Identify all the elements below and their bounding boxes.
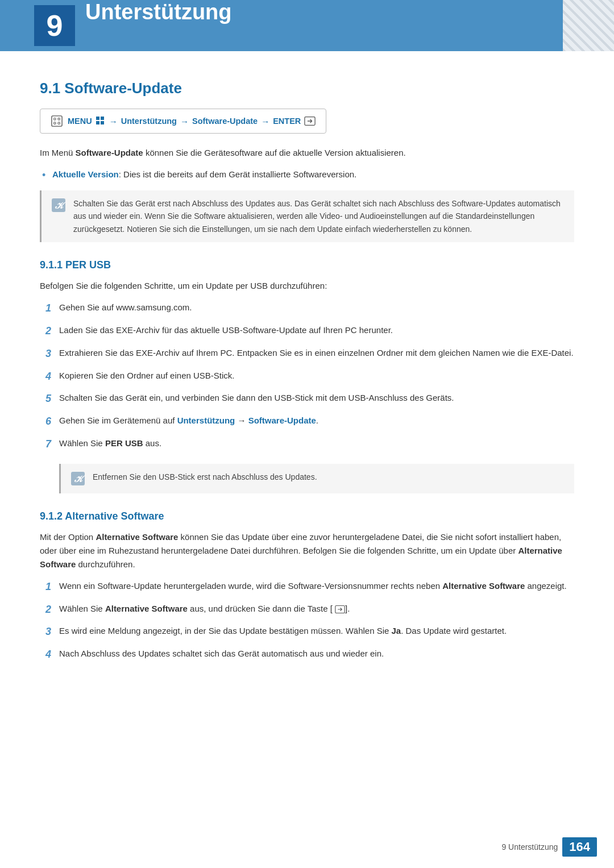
chapter-title: Unterstützung [85, 0, 614, 24]
alt-step-2: 2 Wählen Sie Alternative Software aus, u… [40, 602, 574, 618]
step-2-text: Laden Sie das EXE-Archiv für das aktuell… [59, 323, 574, 337]
step-5: 5 Schalten Sie das Gerät ein, und verbin… [40, 391, 574, 407]
note-box-2: 𝒦 Entfernen Sie den USB-Stick erst nach … [59, 464, 574, 493]
main-content: 9.1 Software-Update MENU → Unterstützung [0, 51, 614, 708]
note-icon-2: 𝒦 [70, 471, 86, 487]
section-9-1-heading: 9.1 Software-Update [40, 80, 574, 97]
step-7-text: Wählen Sie PER USB aus. [59, 437, 574, 450]
svg-rect-5 [96, 117, 99, 120]
step-4: 4 Kopieren Sie den Ordner auf einen USB-… [40, 369, 574, 385]
section-9-1-2-heading: 9.1.2 Alternative Software [40, 510, 574, 522]
section-9-1-intro: Im Menü Software-Update können Sie die G… [40, 146, 574, 160]
arrow-1: → [109, 117, 118, 126]
alt-step-3-text: Es wird eine Meldung angezeigt, in der S… [59, 624, 574, 638]
menu-item-enter: ENTER [273, 117, 301, 126]
alt-step-2-text: Wählen Sie Alternative Software aus, und… [59, 602, 574, 616]
menu-settings-icon [51, 115, 63, 127]
svg-rect-6 [101, 117, 104, 120]
alt-step-3: 3 Es wird eine Meldung angezeigt, in der… [40, 624, 574, 640]
per-usb-steps: 1 Gehen Sie auf www.samsung.com. 2 Laden… [40, 301, 574, 452]
svg-point-4 [58, 122, 60, 124]
step-1: 1 Gehen Sie auf www.samsung.com. [40, 301, 574, 317]
step-4-text: Kopieren Sie den Ordner auf einen USB-St… [59, 369, 574, 383]
alt-software-steps: 1 Wenn ein Software-Update heruntergelad… [40, 579, 574, 663]
footer-page-number: 164 [562, 837, 597, 857]
step-6-text: Gehen Sie im Gerätemenü auf Unterstützun… [59, 414, 574, 427]
footer-chapter-text: 9 Unterstützung [501, 842, 558, 852]
header-banner: 9 Unterstützung [0, 0, 614, 51]
step-3: 3 Extrahieren Sie das EXE-Archiv auf Ihr… [40, 346, 574, 362]
chapter-number-box: 9 [34, 5, 75, 46]
arrow-2: → [180, 117, 189, 126]
svg-rect-8 [101, 121, 104, 124]
chapter-number: 9 [47, 9, 63, 43]
step-5-text: Schalten Sie das Gerät ein, und verbinde… [59, 391, 574, 405]
menu-item-unterstutzung: Unterstützung [121, 117, 177, 126]
step-2: 2 Laden Sie das EXE-Archiv für das aktue… [40, 323, 574, 339]
menu-item-software-update: Software-Update [192, 117, 258, 126]
alt-step-4: 4 Nach Abschluss des Updates schaltet si… [40, 647, 574, 663]
menu-label: MENU [68, 117, 92, 126]
bullet-list: Aktuelle Version: Dies ist die bereits a… [40, 168, 574, 181]
step-3-text: Extrahieren Sie das EXE-Archiv auf Ihrem… [59, 346, 574, 360]
section-9-1-1-heading: 9.1.1 PER USB [40, 259, 574, 271]
alt-step-1-text: Wenn ein Software-Update heruntergeladen… [59, 579, 574, 593]
svg-point-1 [54, 118, 56, 121]
note-box-1: 𝒦 Schalten Sie das Gerät erst nach Absch… [40, 190, 574, 242]
section-9-1-1-intro: Befolgen Sie die folgenden Schritte, um … [40, 279, 574, 293]
alt-step-1: 1 Wenn ein Software-Update heruntergelad… [40, 579, 574, 595]
menu-grid-icon [96, 116, 106, 126]
svg-point-2 [58, 118, 60, 121]
svg-point-3 [54, 122, 56, 124]
footer: 9 Unterstützung 164 [501, 837, 597, 857]
svg-rect-0 [52, 116, 62, 126]
section-9-1-2-intro: Mit der Option Alternative Software könn… [40, 530, 574, 571]
menu-path-box: MENU → Unterstützung → Software-Update →… [40, 109, 326, 134]
step-1-text: Gehen Sie auf www.samsung.com. [59, 301, 574, 314]
enter-key-icon [304, 116, 316, 126]
svg-rect-7 [96, 121, 99, 124]
stripe-background [563, 0, 614, 51]
note-text-2: Entfernen Sie den USB-Stick erst nach Ab… [93, 471, 317, 483]
alt-step-4-text: Nach Abschluss des Updates schaltet sich… [59, 647, 574, 661]
step-7: 7 Wählen Sie PER USB aus. [40, 437, 574, 452]
note-text-1: Schalten Sie das Gerät erst nach Abschlu… [73, 197, 565, 235]
note-icon-1: 𝒦 [51, 197, 67, 213]
bullet-item-aktuelle-version: Aktuelle Version: Dies ist die bereits a… [40, 168, 574, 181]
step-6: 6 Gehen Sie im Gerätemenü auf Unterstütz… [40, 414, 574, 430]
arrow-3: → [261, 117, 269, 126]
